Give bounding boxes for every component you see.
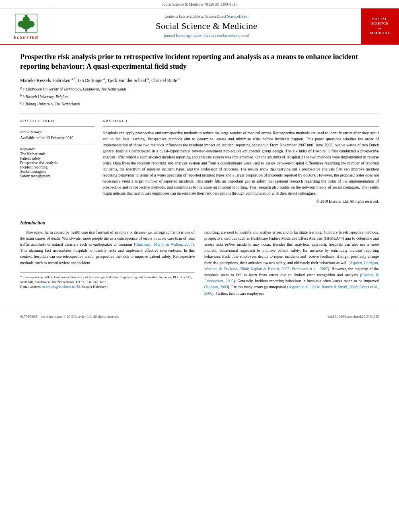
author-rutte: Christel Rutte	[151, 78, 177, 82]
header-divider	[20, 113, 379, 113]
contents-line: Contents lists available at ScienceDirec…	[165, 14, 249, 18]
citation-text: Social Science & Medicine 70 (2010) 1309…	[162, 2, 237, 6]
footer-issn: 0277-9536/$ – see front matter © 2010 El…	[20, 314, 119, 318]
abstract-heading: ABSTRACT	[103, 119, 379, 123]
email-link[interactable]: m.kessels@infolumd.nl	[42, 285, 75, 289]
article-info-heading: ARTICLE INFO	[20, 119, 95, 123]
intro-body-columns: Nowadays, harm caused by health care its…	[20, 229, 379, 300]
main-content: Prospective risk analysis prior to retro…	[0, 45, 399, 307]
keyword-3: Incident reporting	[20, 165, 95, 169]
cite-kaplan[interactable]: Kaplan & Barach, 2002	[251, 267, 290, 271]
cite-aspden2[interactable]: Aspden et al., 2004	[288, 285, 319, 289]
svg-point-5	[25, 14, 27, 17]
homepage-url[interactable]: www.elsevier.com/locate/socscimed	[193, 34, 249, 38]
cite-hudson[interactable]: Hudson, 2003	[206, 285, 228, 289]
author-kessels: Marieke Kessels-Habraken	[20, 78, 70, 82]
info-divider	[20, 126, 95, 127]
top-citation-bar: Social Science & Medicine 70 (2010) 1309…	[0, 0, 399, 8]
cite-runciman[interactable]: Runciman, Merry, & Walton, 2007	[136, 242, 193, 246]
elsevier-label: ELSEVIER	[14, 35, 39, 39]
article-title: Prospective risk analysis prior to retro…	[20, 52, 379, 72]
keywords-divider	[20, 144, 95, 144]
footer-doi: doi:10.1016/j.socscimed.2010.01.035	[327, 314, 379, 318]
available-online: Available online 13 February 2010	[20, 136, 73, 140]
abstract-column: ABSTRACT Hospitals can apply prospective…	[103, 119, 379, 203]
abstract-divider	[103, 126, 379, 127]
section-divider	[20, 211, 379, 211]
keyword-2: Prospective risk analysis	[20, 161, 95, 165]
intro-left-col: Nowadays, harm caused by health care its…	[20, 229, 195, 300]
affiliations: a a Eindhoven University of Technology, …	[20, 86, 379, 107]
cite-barach[interactable]: Barach & Small, 2000	[322, 285, 358, 289]
keyword-5: Safety management	[20, 174, 95, 178]
author-schaaf: Tjerk Van der Schaaf	[107, 78, 146, 82]
cite-pronovost[interactable]: Pronovost et al., 2007	[292, 267, 328, 271]
email-label: E-mail address:	[20, 285, 41, 289]
affil-b: b b Hasselt University, Belgium	[20, 93, 379, 100]
journal-header: ELSEVIER Contents lists available at Sci…	[0, 8, 399, 45]
cite-cannon[interactable]: Cannon & Edmondson, 2005	[204, 273, 379, 283]
affil-c: c c Tilburg University, The Netherlands	[20, 101, 379, 107]
journal-main-title: Social Science & Medicine	[156, 21, 257, 31]
article-info-abstract-section: ARTICLE INFO Article history: Available …	[20, 119, 379, 203]
sciencedirect-link[interactable]: ScienceDirect	[227, 14, 249, 18]
intro-para-right: reporting, are used to identify and anal…	[204, 229, 379, 296]
copyright-line: © 2010 Elsevier Ltd. All rights reserved…	[103, 199, 379, 203]
intro-right-col: reporting, are used to identify and anal…	[204, 229, 379, 300]
footnote-area: * Corresponding author. Eindhoven Univer…	[20, 272, 195, 290]
keywords-block: Keywords: The Netherlands Patient safety…	[20, 147, 95, 178]
journal-homepage: journal homepage: www.elsevier.com/locat…	[164, 34, 249, 38]
article-info-column: ARTICLE INFO Article history: Available …	[20, 119, 95, 203]
keyword-4: Social contagion	[20, 170, 95, 174]
email-suffix: (M. Kessels-Habraken).	[76, 285, 108, 289]
ssm-logo-text: SOCIAL SCIENCE & MEDICINE	[370, 17, 390, 36]
author-dejonge: Jan De Jonge	[78, 78, 102, 82]
elsevier-tree-icon	[12, 13, 40, 33]
history-label: Article history:	[20, 130, 95, 134]
ssm-logo-box: SOCIAL SCIENCE & MEDICINE	[361, 8, 399, 44]
journal-title-center: Contents lists available at ScienceDirec…	[52, 8, 361, 44]
affil-a: a a Eindhoven University of Technology, …	[20, 86, 379, 92]
intro-heading: Introduction	[20, 220, 379, 226]
keywords-list: The Netherlands Patient safety Prospecti…	[20, 152, 95, 178]
abstract-paragraph: Hospitals can apply prospective and retr…	[103, 130, 379, 196]
abstract-text: Hospitals can apply prospective and retr…	[103, 130, 379, 196]
keyword-1: Patient safety	[20, 156, 95, 160]
svg-rect-6	[25, 17, 27, 20]
keywords-label: Keywords:	[20, 147, 95, 151]
intro-right-text: reporting, are used to identify and anal…	[204, 229, 379, 296]
intro-para-left: Nowadays, harm caused by health care its…	[20, 229, 195, 266]
footnote-text: * Corresponding author. Eindhoven Univer…	[20, 275, 195, 290]
introduction-section: Introduction Nowadays, harm caused by he…	[20, 220, 379, 300]
elsevier-logo-box: ELSEVIER	[0, 8, 52, 44]
article-history-block: Article history: Available online 13 Feb…	[20, 130, 95, 140]
keyword-0: The Netherlands	[20, 152, 95, 156]
intro-left-text: Nowadays, harm caused by health care its…	[20, 229, 195, 266]
page: Social Science & Medicine 70 (2010) 1309…	[0, 0, 399, 532]
footer-bar: 0277-9536/$ – see front matter © 2010 El…	[0, 311, 399, 320]
authors-line: Marieke Kessels-Habraken a,*, Jan De Jon…	[20, 77, 379, 83]
